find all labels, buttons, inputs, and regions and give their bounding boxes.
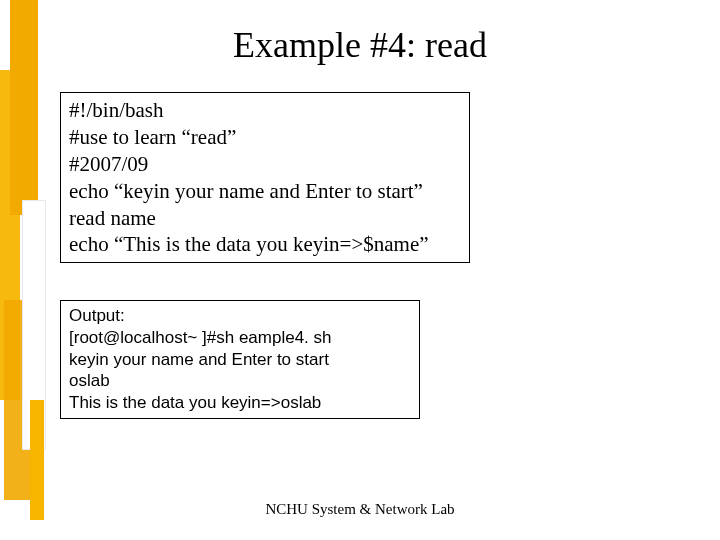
output-line: oslab (69, 370, 411, 392)
decorative-sidebar (0, 0, 48, 540)
code-line: echo “This is the data you keyin=>$name” (69, 231, 461, 258)
code-line: #2007/09 (69, 151, 461, 178)
footer-text: NCHU System & Network Lab (0, 501, 720, 518)
code-line: echo “keyin your name and Enter to start… (69, 178, 461, 205)
output-line: Output: (69, 305, 411, 327)
code-line: #use to learn “read” (69, 124, 461, 151)
output-line: This is the data you keyin=>oslab (69, 392, 411, 414)
code-line: #!/bin/bash (69, 97, 461, 124)
output-line: [root@localhost~ ]#sh eample4. sh (69, 327, 411, 349)
code-line: read name (69, 205, 461, 232)
code-box: #!/bin/bash #use to learn “read” #2007/0… (60, 92, 470, 263)
output-line: keyin your name and Enter to start (69, 349, 411, 371)
output-box: Output: [root@localhost~ ]#sh eample4. s… (60, 300, 420, 419)
slide-title: Example #4: read (0, 24, 720, 66)
